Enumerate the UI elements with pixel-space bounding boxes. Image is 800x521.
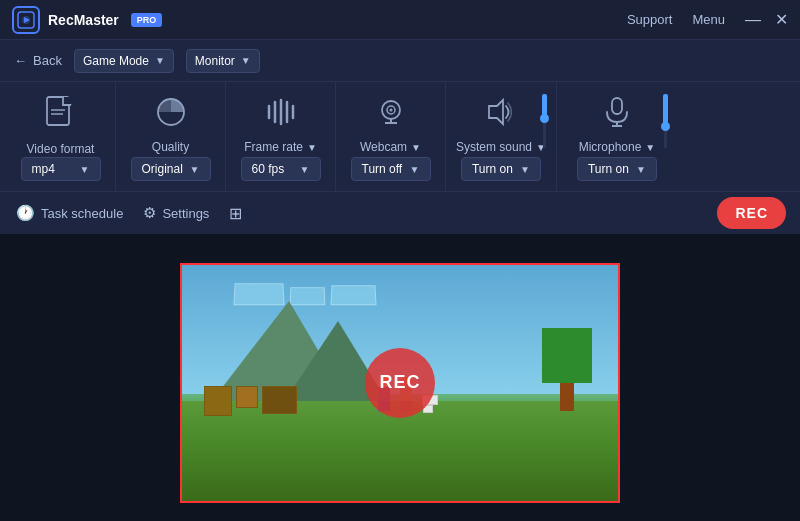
frame-rate-dropdown[interactable]: 60 fps ▼ xyxy=(241,157,321,181)
microphone-label[interactable]: Microphone ▼ xyxy=(579,140,656,154)
menu-link[interactable]: Menu xyxy=(692,12,725,27)
app-name: RecMaster xyxy=(48,12,119,28)
setting-microphone: Microphone ▼ Turn on ▼ xyxy=(557,82,677,191)
game-mode-chevron: ▼ xyxy=(155,55,165,66)
mic-chevron: ▼ xyxy=(645,142,655,153)
svg-rect-4 xyxy=(63,97,71,105)
bottom-bar: 🕐 Task schedule ⚙ Settings ⊞ REC xyxy=(0,192,800,234)
svg-rect-19 xyxy=(612,98,622,114)
system-sound-value: Turn on xyxy=(472,162,513,176)
svg-point-15 xyxy=(389,109,392,112)
system-sound-val-chevron: ▼ xyxy=(520,164,530,175)
system-sound-dropdown[interactable]: Turn on ▼ xyxy=(461,157,541,181)
monitor-select[interactable]: Monitor ▼ xyxy=(186,49,260,73)
pro-badge: PRO xyxy=(131,13,163,27)
monitor-label: Monitor xyxy=(195,54,235,68)
setting-system-sound: System sound ▼ Turn on ▼ xyxy=(446,82,557,191)
setting-video-format: Video format mp4 ▼ xyxy=(6,82,116,191)
layout-item[interactable]: ⊞ xyxy=(229,204,242,223)
quality-value: Original xyxy=(142,162,183,176)
file-icon xyxy=(45,96,77,137)
window-controls: — ✕ xyxy=(745,12,788,28)
back-button[interactable]: ← Back xyxy=(14,53,62,68)
svg-marker-18 xyxy=(489,100,503,124)
settings-item[interactable]: ⚙ Settings xyxy=(143,204,209,222)
game-mode-label: Game Mode xyxy=(83,54,149,68)
rec-button[interactable]: REC xyxy=(717,197,786,229)
mic-val-chevron: ▼ xyxy=(636,164,646,175)
minimize-button[interactable]: — xyxy=(745,12,761,28)
video-format-label: Video format xyxy=(27,142,95,156)
webcam-val-chevron: ▼ xyxy=(410,164,420,175)
setting-frame-rate: Frame rate ▼ 60 fps ▼ xyxy=(226,82,336,191)
gear-icon: ⚙ xyxy=(143,204,156,222)
settings-bar: Video format mp4 ▼ Quality Original ▼ xyxy=(0,82,800,192)
monitor-chevron: ▼ xyxy=(241,55,251,66)
quality-dropdown[interactable]: Original ▼ xyxy=(131,157,211,181)
webcam-label[interactable]: Webcam ▼ xyxy=(360,140,421,154)
framerate-chevron: ▼ xyxy=(307,142,317,153)
webcam-chevron: ▼ xyxy=(411,142,421,153)
task-schedule-label: Task schedule xyxy=(41,206,123,221)
framerate-val-chevron: ▼ xyxy=(300,164,310,175)
quality-label: Quality xyxy=(152,140,189,154)
frame-rate-label[interactable]: Frame rate ▼ xyxy=(244,140,317,154)
video-format-chevron: ▼ xyxy=(80,164,90,175)
clock-icon: 🕐 xyxy=(16,204,35,222)
video-format-dropdown[interactable]: mp4 ▼ xyxy=(21,157,101,181)
app-logo: RecMaster PRO xyxy=(12,6,162,34)
quality-icon xyxy=(155,96,187,133)
game-mode-select[interactable]: Game Mode ▼ xyxy=(74,49,174,73)
sound-icon xyxy=(483,96,519,133)
setting-quality: Quality Original ▼ xyxy=(116,82,226,191)
back-arrow-icon: ← xyxy=(14,53,27,68)
logo-icon xyxy=(12,6,40,34)
layout-icon: ⊞ xyxy=(229,204,242,223)
navbar: ← Back Game Mode ▼ Monitor ▼ xyxy=(0,40,800,82)
titlebar: RecMaster PRO Support Menu — ✕ xyxy=(0,0,800,40)
back-label: Back xyxy=(33,53,62,68)
video-format-value: mp4 xyxy=(32,162,55,176)
webcam-icon xyxy=(373,96,409,133)
webcam-value: Turn off xyxy=(362,162,403,176)
settings-label: Settings xyxy=(162,206,209,221)
frame-rate-value: 60 fps xyxy=(252,162,285,176)
titlebar-links: Support Menu xyxy=(627,12,725,27)
webcam-dropdown[interactable]: Turn off ▼ xyxy=(351,157,431,181)
support-link[interactable]: Support xyxy=(627,12,673,27)
mc-buildings xyxy=(204,386,297,416)
microphone-value: Turn on xyxy=(588,162,629,176)
preview-area: REC xyxy=(0,234,800,521)
task-schedule-item[interactable]: 🕐 Task schedule xyxy=(16,204,123,222)
mic-icon xyxy=(599,96,635,133)
setting-webcam: Webcam ▼ Turn off ▼ xyxy=(336,82,446,191)
rec-center-badge: REC xyxy=(365,348,435,418)
system-sound-label[interactable]: System sound ▼ xyxy=(456,140,546,154)
quality-chevron: ▼ xyxy=(190,164,200,175)
game-preview: REC xyxy=(180,263,620,503)
microphone-dropdown[interactable]: Turn on ▼ xyxy=(577,157,657,181)
close-button[interactable]: ✕ xyxy=(775,12,788,28)
framerate-icon xyxy=(263,96,299,133)
mc-tree xyxy=(542,328,592,411)
rec-badge-text: REC xyxy=(379,372,420,393)
